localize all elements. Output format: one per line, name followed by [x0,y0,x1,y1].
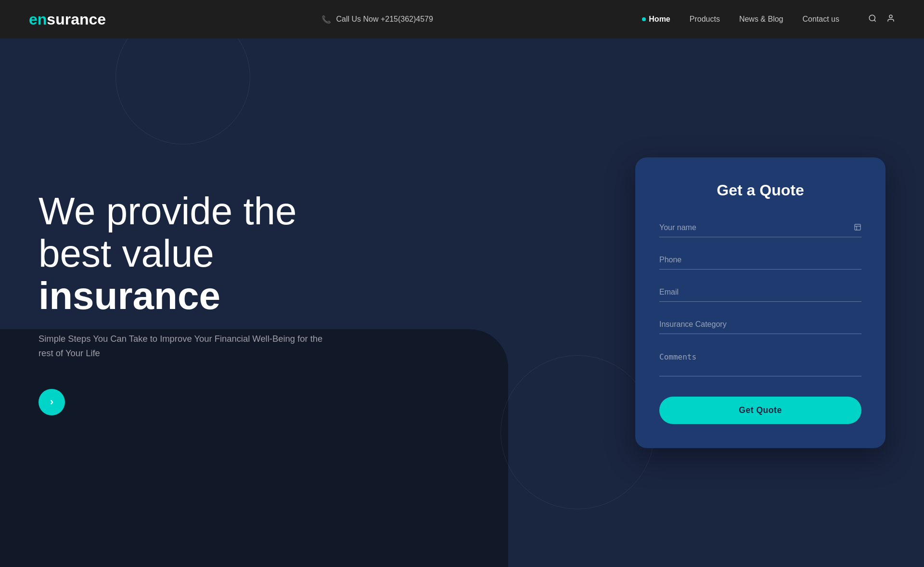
search-icon [868,14,877,23]
logo-accent: en [29,11,47,28]
svg-point-2 [889,15,892,18]
nav-icons [868,14,895,25]
svg-rect-3 [855,224,860,230]
bg-circle-right [500,355,654,509]
category-input[interactable] [659,315,861,334]
category-field-container [659,315,861,334]
user-button[interactable] [886,14,895,25]
logo-text: surance [47,11,106,28]
search-button[interactable] [868,14,877,25]
header: ensurance 📞 Call Us Now +215(362)4579 Ho… [0,0,924,39]
phone-label: Call Us Now +215(362)4579 [336,15,433,24]
hero-section: We provide the best value insurance Simp… [0,39,924,567]
get-quote-button[interactable]: Get Quote [659,397,861,424]
svg-line-1 [874,20,875,21]
name-field-container [659,219,861,237]
phone-icon: 📞 [321,15,331,24]
hero-title-normal: We provide the best value [38,190,297,275]
bg-circle-outline [116,39,250,144]
hero-arrow-button[interactable]: › [38,389,65,415]
name-input[interactable] [659,219,861,237]
phone-input[interactable] [659,251,861,270]
quote-form-title: Get a Quote [659,181,861,199]
nav-item-contact-us[interactable]: Contact us [803,15,839,24]
comments-input[interactable] [659,348,861,376]
hero-title: We provide the best value insurance [38,190,337,317]
nav-item-home[interactable]: Home [649,15,670,24]
phone-field-container [659,251,861,270]
email-field-container [659,283,861,302]
nav-item-news-blog[interactable]: News & Blog [739,15,783,24]
email-input[interactable] [659,283,861,302]
name-field-icon [854,223,861,232]
nav-item-products[interactable]: Products [690,15,720,24]
hero-subtitle: Simple Steps You Can Take to Improve You… [38,332,337,360]
comments-field-container [659,348,861,378]
phone-area: 📞 Call Us Now +215(362)4579 [321,15,433,24]
hero-content: We provide the best value insurance Simp… [0,190,337,415]
hero-title-bold: insurance [38,274,220,317]
main-nav: Home Products News & Blog Contact us [649,14,895,25]
svg-point-0 [869,15,875,21]
quote-card: Get a Quote Get Quote [635,157,886,448]
user-icon [886,14,895,23]
logo[interactable]: ensurance [29,11,106,28]
